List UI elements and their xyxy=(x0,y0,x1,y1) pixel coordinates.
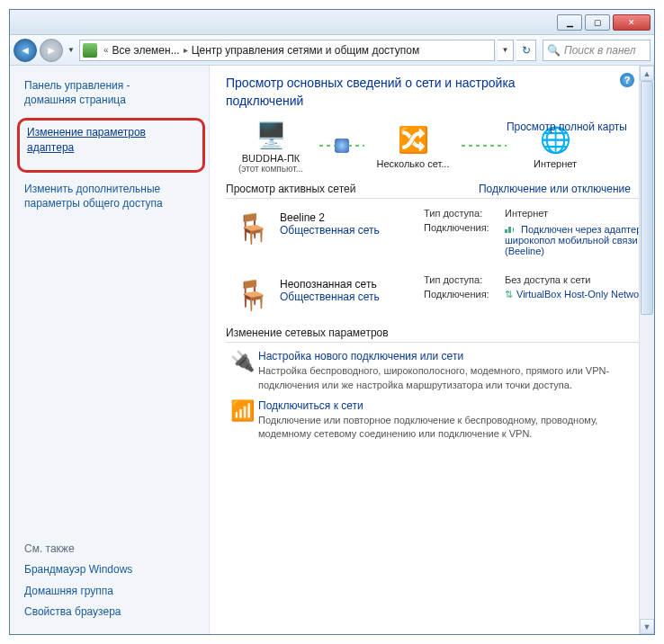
breadcrumb-level2[interactable]: Центр управления сетями и общим доступом xyxy=(192,44,420,57)
net2-access: Без доступа к сети xyxy=(505,274,649,285)
help-icon[interactable]: ? xyxy=(620,73,634,87)
chevron-left-icon: « xyxy=(100,45,112,55)
scroll-up-button[interactable]: ▲ xyxy=(640,66,654,81)
close-button[interactable]: ✕ xyxy=(613,14,651,31)
window-body: Панель управления - домашняя страница Из… xyxy=(10,66,654,634)
net1-access: Интернет xyxy=(505,208,649,219)
net2-type-link[interactable]: Общественная сеть xyxy=(280,291,424,303)
see-also-firewall[interactable]: Брандмауэр Windows xyxy=(24,562,198,577)
ethernet-icon: ⇅ xyxy=(505,289,513,300)
net1-type-link[interactable]: Общественная сеть xyxy=(280,224,424,237)
search-placeholder: Поиск в панел xyxy=(564,44,636,57)
task2-desc: Подключение или повторное подключение к … xyxy=(258,414,629,442)
task-new-connection: 🔌 Настройка нового подключения или сети … xyxy=(226,350,649,392)
page-title: Просмотр основных сведений о сети и наст… xyxy=(226,75,586,110)
window-frame: ▁ ▢ ✕ ◄ ► ▼ « Все элемен... ▸ Центр упра… xyxy=(9,9,655,635)
nav-back-button[interactable]: ◄ xyxy=(13,39,37,62)
see-also-section: См. также Брандмауэр Windows Домашняя гр… xyxy=(24,542,198,625)
breadcrumb-dropdown[interactable]: ▼ xyxy=(498,40,514,61)
control-panel-icon xyxy=(83,43,97,58)
sidebar: Панель управления - домашняя страница Из… xyxy=(10,66,210,634)
network-block-2: 🪑 Неопознанная сеть Общественная сеть Ти… xyxy=(226,274,649,312)
scroll-down-button[interactable]: ▼ xyxy=(640,619,654,634)
active-networks-title: Просмотр активных сетей Подключение или … xyxy=(226,183,649,199)
breadcrumb-bar[interactable]: « Все элемен... ▸ Центр управления сетям… xyxy=(79,40,495,61)
network-block-1: 🪑 Beeline 2 Общественная сеть Тип доступ… xyxy=(226,208,649,260)
task-connect-network: 📶 Подключиться к сети Подключение или по… xyxy=(226,399,649,442)
net1-connection-link[interactable]: Подключен через адаптер широкопол мобиль… xyxy=(505,224,646,256)
see-also-homegroup[interactable]: Домашняя группа xyxy=(24,584,198,598)
connections-label: Подключения: xyxy=(424,222,505,256)
scrollbar-track: ▲ ▼ xyxy=(639,66,654,634)
computer-icon: 🖥️ xyxy=(253,117,289,153)
task1-desc: Настройка беспроводного, широкополосного… xyxy=(258,364,629,392)
search-input[interactable]: 🔍 Поиск в панел xyxy=(543,40,651,61)
sidebar-link-sharing-settings[interactable]: Изменить дополнительные параметры общего… xyxy=(24,182,198,210)
map-node-networks[interactable]: 🔀 Несколько сет... xyxy=(368,122,458,169)
net1-name: Beeline 2 xyxy=(280,211,424,224)
content-pane: ? Просмотр основных сведений о сети и на… xyxy=(210,66,654,634)
signal-icon xyxy=(505,222,517,233)
change-settings-title: Изменение сетевых параметров xyxy=(226,326,649,343)
chevron-right-icon: ▸ xyxy=(180,45,192,55)
net2-name: Неопознанная сеть xyxy=(280,278,424,291)
maximize-button[interactable]: ▢ xyxy=(585,14,610,31)
new-connection-icon: 🔌 xyxy=(226,350,258,392)
search-icon: 🔍 xyxy=(547,44,561,57)
access-type-label: Тип доступа: xyxy=(424,208,505,219)
connect-disconnect-link[interactable]: Подключение или отключение xyxy=(479,183,631,195)
see-also-title: См. также xyxy=(24,542,198,555)
refresh-button[interactable]: ↻ xyxy=(516,40,536,61)
map-node-computer[interactable]: 🖥️ BUDDHA-ПК (этот компьют... xyxy=(226,117,316,174)
annotation-highlight: Изменение параметров адаптера xyxy=(17,118,205,172)
control-panel-home-link[interactable]: Панель управления - домашняя страница xyxy=(24,78,198,107)
network-map: Просмотр полной карты 🖥️ BUDDHA-ПК (этот… xyxy=(226,117,649,174)
nav-history-dropdown[interactable]: ▼ xyxy=(66,40,76,60)
scrollbar-thumb[interactable] xyxy=(641,81,653,315)
breadcrumb-level1[interactable]: Все элемен... xyxy=(112,44,180,57)
titlebar: ▁ ▢ ✕ xyxy=(10,10,654,35)
connect-network-icon: 📶 xyxy=(226,399,258,442)
task1-link[interactable]: Настройка нового подключения или сети xyxy=(258,350,629,362)
address-bar: ◄ ► ▼ « Все элемен... ▸ Центр управления… xyxy=(10,35,654,66)
bench-icon: 🪑 xyxy=(226,274,280,312)
see-also-internet-options[interactable]: Свойства браузера xyxy=(24,604,198,619)
bench-icon: 🪑 xyxy=(226,208,280,260)
access-type-label: Тип доступа: xyxy=(424,274,505,285)
map-connection1 xyxy=(319,145,364,147)
full-map-link[interactable]: Просмотр полной карты xyxy=(507,121,627,133)
task2-link[interactable]: Подключиться к сети xyxy=(258,399,629,412)
map-connection2 xyxy=(462,145,507,147)
nav-forward-button[interactable]: ► xyxy=(40,39,63,62)
net2-connection-link[interactable]: VirtualBox Host-Only Network xyxy=(516,289,647,300)
connections-label: Подключения: xyxy=(424,289,505,300)
multiple-networks-icon: 🔀 xyxy=(395,122,431,158)
minimize-button[interactable]: ▁ xyxy=(557,14,582,31)
sidebar-link-adapter-settings[interactable]: Изменение параметров адаптера xyxy=(27,125,195,154)
